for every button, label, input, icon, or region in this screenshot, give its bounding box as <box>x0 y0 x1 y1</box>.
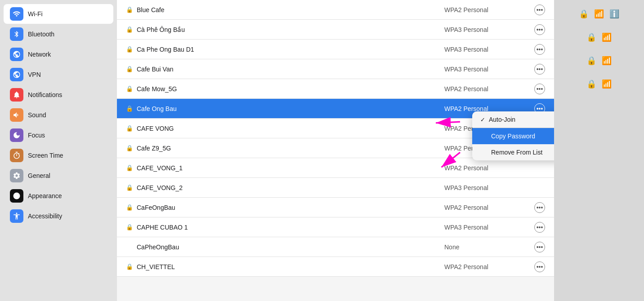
wifi-icon-rp2: 📶 <box>602 32 612 42</box>
network-name-9: CAFE_VONG_1 <box>137 164 444 172</box>
network-row-13[interactable]: CaPheOngBauNone••• <box>117 237 554 257</box>
bluetooth-icon <box>10 27 23 41</box>
vpn-label: VPN <box>28 71 41 78</box>
more-button-4[interactable]: ••• <box>534 64 545 75</box>
lock-icon-1: 🔒 <box>126 6 133 13</box>
right-panel-icons-3: 🔒 📶 <box>586 56 612 66</box>
vpn-icon <box>10 68 23 81</box>
context-menu-label-copy-password: Copy Password <box>491 133 535 140</box>
network-row-12[interactable]: 🔒CAPHE CUBAO 1WPA3 Personal••• <box>117 217 554 237</box>
more-button-5[interactable]: ••• <box>534 84 545 94</box>
sidebar-item-network[interactable]: Network <box>4 44 113 64</box>
sidebar-item-notifications[interactable]: Notifications <box>4 85 113 105</box>
sidebar-item-accessibility[interactable]: Accessibility <box>4 206 113 226</box>
network-row-11[interactable]: 🔒CaFeOngBauWPA2 Personal••• <box>117 198 554 217</box>
network-name-2: Cà Phê Ông Bầu <box>137 26 444 33</box>
network-row-2[interactable]: 🔒Cà Phê Ông BầuWPA3 Personal••• <box>117 20 554 40</box>
network-row-10[interactable]: 🔒CAFE_VONG_2WPA3 Personal <box>117 178 554 198</box>
network-name-4: Cafe Bui Van <box>137 66 444 73</box>
bluetooth-label: Bluetooth <box>28 31 54 38</box>
lock-icon-2: 🔒 <box>126 26 133 33</box>
more-button-11[interactable]: ••• <box>534 202 545 213</box>
sidebar-item-focus[interactable]: Focus <box>4 125 113 145</box>
right-panel-section-1: 🔒 📶 ℹ️ <box>559 9 640 19</box>
right-panel-section-2: 🔒 📶 <box>559 32 640 42</box>
accessibility-label: Accessibility <box>28 212 62 220</box>
more-button-1[interactable]: ••• <box>534 4 545 15</box>
lock-icon-9: 🔒 <box>126 164 133 171</box>
more-button-2[interactable]: ••• <box>534 24 545 35</box>
lock-icon-rp3: 🔒 <box>586 56 596 66</box>
network-name-1: Blue Cafe <box>137 6 444 13</box>
appearance-label: Appearance <box>28 192 62 199</box>
lock-icon-3: 🔒 <box>126 46 133 53</box>
network-icon <box>10 48 23 61</box>
network-row-1[interactable]: 🔒Blue CafeWPA2 Personal••• <box>117 0 554 20</box>
accessibility-icon <box>10 209 23 223</box>
network-name-6: Cafe Ong Bau <box>137 105 444 112</box>
network-security-4: WPA3 Personal <box>444 66 534 73</box>
context-menu: ✓Auto-JoinCopy PasswordRemove From List <box>472 111 554 160</box>
main-content: 🔒Blue CafeWPA2 Personal•••🔒Cà Phê Ông Bầ… <box>117 0 554 301</box>
network-row-4[interactable]: 🔒Cafe Bui VanWPA3 Personal••• <box>117 59 554 79</box>
svg-point-0 <box>13 193 20 199</box>
context-menu-label-remove-from-list: Remove From List <box>491 149 542 156</box>
network-name-12: CAPHE CUBAO 1 <box>137 224 444 231</box>
network-name-7: CAFE VONG <box>137 125 444 132</box>
context-menu-item-remove-from-list[interactable]: Remove From List <box>472 144 554 160</box>
network-name-14: CH_VIETTEL <box>137 263 444 270</box>
network-security-9: WPA2 Personal <box>444 164 534 172</box>
sidebar-item-appearance[interactable]: Appearance <box>4 186 113 206</box>
network-row-14[interactable]: 🔒CH_VIETTELWPA2 Personal••• <box>117 257 554 277</box>
more-button-3[interactable]: ••• <box>534 44 545 55</box>
network-security-12: WPA3 Personal <box>444 224 534 231</box>
network-security-2: WPA3 Personal <box>444 26 534 33</box>
lock-icon-10: 🔒 <box>126 184 133 191</box>
screentime-label: Screen Time <box>28 152 63 159</box>
appearance-icon <box>10 189 23 203</box>
sidebar-item-bluetooth[interactable]: Bluetooth <box>4 24 113 44</box>
more-button-14[interactable]: ••• <box>534 261 545 272</box>
right-panel-icons-1: 🔒 📶 ℹ️ <box>579 9 619 19</box>
lock-icon-5: 🔒 <box>126 85 133 92</box>
general-label: General <box>28 172 50 179</box>
sidebar-item-vpn[interactable]: VPN <box>4 65 113 84</box>
sidebar: Wi-FiBluetoothNetworkVPNNotificationsSou… <box>0 0 117 301</box>
network-name-5: Cafe Mow_5G <box>137 85 444 93</box>
context-menu-item-auto-join[interactable]: ✓Auto-Join <box>472 111 554 128</box>
network-row-9[interactable]: 🔒CAFE_VONG_1WPA2 Personal <box>117 158 554 178</box>
lock-icon-7: 🔒 <box>126 125 133 132</box>
network-security-13: None <box>444 243 534 251</box>
right-panel-icons-4: 🔒 📶 <box>586 79 612 89</box>
right-panel-icons-2: 🔒 📶 <box>586 32 612 42</box>
network-name-10: CAFE_VONG_2 <box>137 184 444 191</box>
right-panel: 🔒 📶 ℹ️ 🔒 📶 🔒 📶 🔒 📶 <box>554 0 644 301</box>
lock-icon-14: 🔒 <box>126 263 133 270</box>
network-security-1: WPA2 Personal <box>444 6 534 13</box>
network-row-5[interactable]: 🔒Cafe Mow_5GWPA2 Personal••• <box>117 79 554 99</box>
focus-icon <box>10 128 23 142</box>
more-button-13[interactable]: ••• <box>534 242 545 252</box>
general-icon <box>10 169 23 182</box>
network-name-13: CaPheOngBau <box>137 243 444 251</box>
lock-icon-12: 🔒 <box>126 224 133 230</box>
context-menu-label-auto-join: Auto-Join <box>489 116 515 123</box>
notifications-label: Notifications <box>28 91 62 98</box>
sidebar-item-screentime[interactable]: Screen Time <box>4 146 113 165</box>
context-menu-item-copy-password[interactable]: Copy Password <box>472 128 554 144</box>
focus-label: Focus <box>28 132 45 139</box>
info-icon-rp1: ℹ️ <box>609 9 619 19</box>
sidebar-item-general[interactable]: General <box>4 166 113 186</box>
network-row-3[interactable]: 🔒Ca Phe Ong Bau D1WPA3 Personal••• <box>117 40 554 59</box>
network-name-3: Ca Phe Ong Bau D1 <box>137 46 444 53</box>
lock-icon-rp1: 🔒 <box>579 9 589 19</box>
network-name-11: CaFeOngBau <box>137 204 444 211</box>
right-panel-section-3: 🔒 📶 <box>559 56 640 66</box>
sidebar-item-sound[interactable]: Sound <box>4 105 113 125</box>
lock-icon-rp4: 🔒 <box>586 79 596 89</box>
sidebar-item-wifi[interactable]: Wi-Fi <box>4 4 113 24</box>
wifi-label: Wi-Fi <box>28 10 43 18</box>
checkmark-auto-join: ✓ <box>480 116 485 123</box>
network-security-3: WPA3 Personal <box>444 46 534 53</box>
more-button-12[interactable]: ••• <box>534 222 545 233</box>
